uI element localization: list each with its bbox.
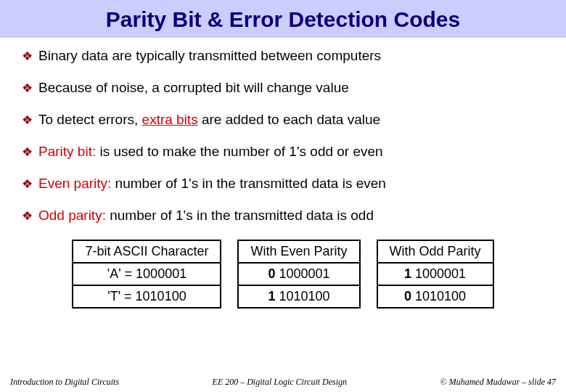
bullet-item: ❖ To detect errors, extra bits are added… xyxy=(22,112,544,129)
title-band: Parity Bit & Error Detection Codes xyxy=(0,0,566,38)
bullet-text: Parity bit: is used to make the number o… xyxy=(38,144,383,160)
table-row: 0 1010100 xyxy=(377,285,493,308)
table-header-cell: With Odd Parity xyxy=(377,240,493,263)
table-ascii: 7-bit ASCII Character 'A' = 1000001 'T' … xyxy=(72,240,221,309)
bullet-diamond-icon: ❖ xyxy=(22,144,33,161)
emphasis-text: extra bits xyxy=(142,112,198,127)
table-cell: 'T' = 1010100 xyxy=(73,285,221,308)
bullet-text: Even parity: number of 1's in the transm… xyxy=(38,176,386,192)
emphasis-text: Even parity: xyxy=(38,176,111,191)
slide-title: Parity Bit & Error Detection Codes xyxy=(0,7,566,32)
table-row: 'T' = 1010100 xyxy=(73,285,221,308)
bullet-item: ❖ Binary data are typically transmitted … xyxy=(22,48,544,65)
footer-right: © Muhamed Mudawar – slide 47 xyxy=(440,377,556,388)
tables-row: 7-bit ASCII Character 'A' = 1000001 'T' … xyxy=(22,240,544,309)
bullet-item: ❖ Parity bit: is used to make the number… xyxy=(22,144,544,161)
table-odd-parity: With Odd Parity 1 1000001 0 1010100 xyxy=(377,240,494,309)
bullet-text: To detect errors, extra bits are added t… xyxy=(38,112,380,128)
table-cell: 0 1010100 xyxy=(377,285,493,308)
bullet-diamond-icon: ❖ xyxy=(22,80,33,97)
table-row: With Odd Parity xyxy=(377,240,493,263)
table-row: 7-bit ASCII Character xyxy=(73,240,221,263)
table-row: 0 1000001 xyxy=(238,263,359,285)
table-row: 1 1000001 xyxy=(377,263,493,285)
bullet-text: Binary data are typically transmitted be… xyxy=(38,48,381,64)
footer-left: Introduction to Digital Circuits xyxy=(10,377,119,388)
bullet-diamond-icon: ❖ xyxy=(22,208,33,225)
table-header-cell: With Even Parity xyxy=(238,240,359,263)
table-row: 1 1010100 xyxy=(238,285,359,308)
bullet-text: Odd parity: number of 1's in the transmi… xyxy=(38,208,374,224)
bullet-diamond-icon: ❖ xyxy=(22,48,33,65)
table-cell: 1 1000001 xyxy=(377,263,493,285)
bullet-diamond-icon: ❖ xyxy=(22,112,33,129)
table-row: With Even Parity xyxy=(238,240,359,263)
table-row: 'A' = 1000001 xyxy=(73,263,221,285)
emphasis-text: Odd parity: xyxy=(38,208,106,223)
bullet-item: ❖ Because of noise, a corrupted bit will… xyxy=(22,80,544,97)
footer-center: EE 200 – Digital Logic Circuit Design xyxy=(213,377,348,388)
footer: Introduction to Digital Circuits EE 200 … xyxy=(0,377,566,388)
table-even-parity: With Even Parity 0 1000001 1 1010100 xyxy=(237,240,360,309)
table-header-cell: 7-bit ASCII Character xyxy=(73,240,221,263)
bullet-item: ❖ Odd parity: number of 1's in the trans… xyxy=(22,208,544,225)
table-cell: 'A' = 1000001 xyxy=(73,263,221,285)
emphasis-text: Parity bit: xyxy=(38,144,96,159)
content-area: ❖ Binary data are typically transmitted … xyxy=(0,38,566,309)
table-cell: 1 1010100 xyxy=(238,285,359,308)
bullet-diamond-icon: ❖ xyxy=(22,176,33,193)
bullet-text: Because of noise, a corrupted bit will c… xyxy=(38,80,349,96)
bullet-item: ❖ Even parity: number of 1's in the tran… xyxy=(22,176,544,193)
table-cell: 0 1000001 xyxy=(238,263,359,285)
